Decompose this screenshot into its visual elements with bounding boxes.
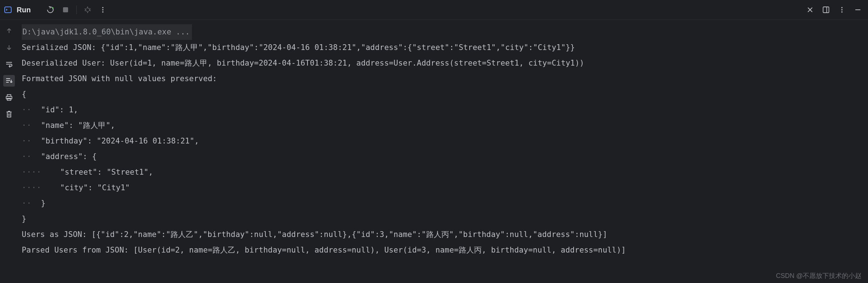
output-line: "id": 1,: [32, 105, 78, 114]
close-button[interactable]: [804, 3, 817, 16]
output-line: Users as JSON: [{"id":2,"name":"路人乙","bi…: [22, 230, 607, 239]
svg-point-9: [102, 7, 104, 8]
indent-dots: ····: [22, 168, 42, 176]
output-line: Serialized JSON: {"id":1,"name":"路人甲","b…: [22, 43, 575, 52]
run-toolbar: Run: [0, 0, 868, 20]
output-line: "city": "City1": [42, 183, 130, 192]
svg-point-2: [86, 8, 89, 12]
console-gutter: [0, 20, 18, 283]
watermark-text: CSDN @不愿放下技术的小赵: [776, 271, 861, 280]
svg-line-6: [89, 9, 91, 9]
svg-line-7: [85, 10, 86, 11]
toolbar-left: Run: [4, 3, 109, 16]
minimize-button[interactable]: [851, 3, 864, 16]
svg-point-11: [102, 11, 104, 13]
options-button[interactable]: [835, 3, 848, 16]
svg-point-18: [841, 11, 843, 13]
toolbar-right: [804, 3, 864, 16]
run-panel-icon: [4, 5, 12, 14]
output-line: }: [22, 215, 26, 223]
delete-button[interactable]: [3, 108, 15, 120]
run-title: Run: [17, 6, 31, 14]
run-body: D:\java\jdk1.8.0_60\bin\java.exe ... Ser…: [0, 20, 868, 283]
output-line: Deserialized User: User(id=1, name=路人甲, …: [22, 59, 584, 67]
command-line: D:\java\jdk1.8.0_60\bin\java.exe ...: [22, 24, 192, 40]
svg-point-16: [841, 7, 843, 8]
svg-point-10: [102, 9, 104, 11]
stop-button[interactable]: [59, 3, 72, 16]
indent-dots: ··: [22, 152, 32, 161]
output-line: }: [32, 199, 46, 208]
rerun-button[interactable]: [44, 3, 57, 16]
svg-line-8: [89, 10, 91, 11]
up-trace-button[interactable]: [3, 25, 15, 37]
console-output[interactable]: D:\java\jdk1.8.0_60\bin\java.exe ... Ser…: [18, 20, 868, 283]
output-line: {: [22, 90, 26, 99]
indent-dots: ····: [22, 183, 42, 192]
svg-rect-14: [823, 7, 829, 13]
output-line: "address": {: [32, 152, 97, 161]
output-line: "birthday": "2024-04-16 01:38:21",: [32, 137, 199, 145]
toolbar-divider: [76, 5, 77, 14]
down-trace-button[interactable]: [3, 42, 15, 53]
svg-line-5: [85, 9, 86, 9]
svg-point-17: [841, 9, 843, 11]
svg-rect-1: [63, 7, 68, 12]
soft-wrap-button[interactable]: [3, 58, 15, 70]
output-line: Parsed Users from JSON: [User(id=2, name…: [22, 246, 626, 254]
layout-button[interactable]: [819, 3, 833, 16]
output-line: Formatted JSON with null values preserve…: [22, 74, 217, 83]
output-line: "street": "Street1",: [42, 168, 153, 176]
svg-rect-26: [7, 98, 11, 100]
indent-dots: ··: [22, 105, 32, 114]
indent-dots: ··: [22, 121, 32, 130]
output-line: "name": "路人甲",: [32, 121, 115, 130]
more-actions-button[interactable]: [96, 3, 109, 16]
svg-rect-0: [5, 7, 11, 13]
debug-button[interactable]: [81, 3, 94, 16]
indent-dots: ··: [22, 137, 32, 145]
print-button[interactable]: [3, 92, 15, 103]
indent-dots: ··: [22, 199, 32, 208]
scroll-to-end-button[interactable]: [3, 75, 15, 87]
